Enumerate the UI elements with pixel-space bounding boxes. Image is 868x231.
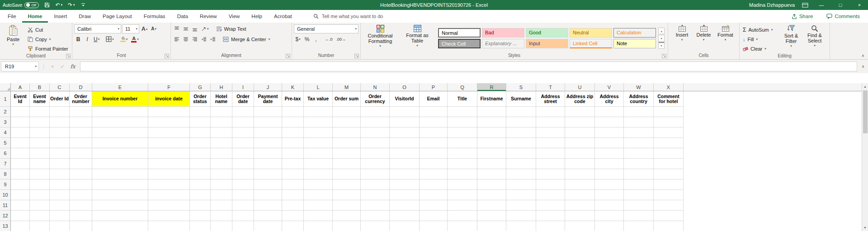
tab-home[interactable]: Home [22,10,48,23]
fill-color-button[interactable]: ▾ [119,35,129,44]
cell-I11[interactable] [232,200,254,211]
column-header-T[interactable]: T [536,83,565,91]
cell-S13[interactable] [506,221,536,231]
format-as-table-button[interactable]: Format as Table ▾ [399,24,436,52]
column-header-P[interactable]: P [420,83,448,91]
cell-R10[interactable] [477,190,506,200]
style-gallery-more-button[interactable]: ▾ [658,42,665,49]
cell-P4[interactable] [420,127,448,138]
vertical-scrollbar[interactable]: ▲ ▼ [862,83,868,231]
cell-E7[interactable] [92,159,148,169]
tab-draw[interactable]: Draw [73,10,97,23]
cell-I1[interactable]: Order date [232,91,254,107]
cell-M6[interactable] [333,148,361,159]
alignment-dialog-launcher[interactable]: ↘ [286,54,290,58]
cell-S3[interactable] [506,117,536,127]
cell-Q8[interactable] [448,169,477,179]
cell-Q9[interactable] [448,179,477,190]
cell-style-note[interactable]: Note [613,39,656,48]
borders-button[interactable]: ▾ [104,35,115,44]
cell-O10[interactable] [390,190,420,200]
cell-Q1[interactable]: Title [448,91,477,107]
row-header-4[interactable]: 4 [0,127,11,138]
cell-style-neutral[interactable]: Neutral [570,28,612,38]
cell-F10[interactable] [148,190,190,200]
formula-input[interactable] [80,61,857,71]
cell-U12[interactable] [565,211,595,221]
cancel-button[interactable]: × [48,64,57,69]
italic-button[interactable]: I [83,35,91,44]
cell-S8[interactable] [506,169,536,179]
tab-data[interactable]: Data [171,10,194,23]
cell-V8[interactable] [595,169,624,179]
cell-K9[interactable] [282,179,304,190]
cell-O8[interactable] [390,169,420,179]
conditional-formatting-button[interactable]: Conditional Formatting ▾ [362,24,399,52]
cell-O7[interactable] [390,159,420,169]
cell-U6[interactable] [565,148,595,159]
cell-A2[interactable] [11,107,30,117]
cell-B4[interactable] [30,127,50,138]
cell-S9[interactable] [506,179,536,190]
cell-style-linked-cell[interactable]: Linked Cell [570,39,612,48]
cell-N6[interactable] [361,148,390,159]
cell-P7[interactable] [420,159,448,169]
cell-G10[interactable] [190,190,211,200]
column-header-F[interactable]: F [148,83,190,91]
cell-W13[interactable] [624,221,654,231]
cell-T12[interactable] [536,211,565,221]
cell-Q11[interactable] [448,200,477,211]
tab-formulas[interactable]: Formulas [138,10,171,23]
cell-F1[interactable]: invoice date [148,91,190,107]
cell-V6[interactable] [595,148,624,159]
cell-N2[interactable] [361,107,390,117]
tab-review[interactable]: Review [194,10,223,23]
fill-button[interactable]: ↓ Fill ▾ [741,35,779,43]
cell-F9[interactable] [148,179,190,190]
percent-style-button[interactable]: % [303,35,311,44]
cell-Q5[interactable] [448,138,477,148]
cell-G4[interactable] [190,127,211,138]
cell-F11[interactable] [148,200,190,211]
cell-P6[interactable] [420,148,448,159]
cell-J6[interactable] [254,148,282,159]
cell-H3[interactable] [211,117,232,127]
column-header-G[interactable]: G [190,83,211,91]
cell-K2[interactable] [282,107,304,117]
select-all-corner[interactable]: ◢ [0,83,11,91]
cell-Q4[interactable] [448,127,477,138]
cell-G11[interactable] [190,200,211,211]
name-box-resizer[interactable]: ⋮ [41,64,47,70]
cell-W10[interactable] [624,190,654,200]
cell-W1[interactable]: Address country [624,91,654,107]
cell-G9[interactable] [190,179,211,190]
cell-S10[interactable] [506,190,536,200]
delete-cells-button[interactable]: Delete ▾ [693,24,715,52]
row-header-13[interactable]: 13 [0,221,11,231]
cell-P10[interactable] [420,190,448,200]
accounting-format-button[interactable]: $ ▾ [294,35,302,44]
cell-style-input[interactable]: Input [526,39,568,48]
cell-B13[interactable] [30,221,50,231]
align-right-button[interactable] [191,35,199,44]
cell-G7[interactable] [190,159,211,169]
cell-A12[interactable] [11,211,30,221]
cell-G6[interactable] [190,148,211,159]
minimize-button[interactable]: — [816,2,827,8]
column-header-H[interactable]: H [211,83,232,91]
cell-I9[interactable] [232,179,254,190]
cell-O1[interactable]: VisitorId [390,91,420,107]
bold-button[interactable]: B [74,35,82,44]
cell-M13[interactable] [333,221,361,231]
cell-D1[interactable]: Order number [70,91,92,107]
cell-O6[interactable] [390,148,420,159]
orientation-button[interactable]: ▾ [200,24,210,33]
save-button[interactable] [44,2,50,8]
cell-K7[interactable] [282,159,304,169]
row-header-11[interactable]: 11 [0,200,11,211]
cell-R4[interactable] [477,127,506,138]
cell-C13[interactable] [50,221,70,231]
scroll-down-icon[interactable]: ▼ [862,224,868,231]
cell-O9[interactable] [390,179,420,190]
cell-L6[interactable] [304,148,333,159]
